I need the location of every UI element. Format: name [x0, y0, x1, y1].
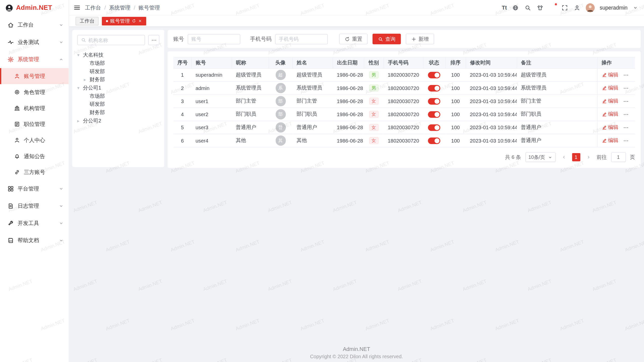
breadcrumb-item[interactable]: 工作台 [85, 4, 101, 11]
edit-button[interactable]: 编辑 [601, 84, 618, 92]
status-toggle[interactable] [428, 85, 440, 91]
sidebar-item-personal-center[interactable]: 个人中心 [0, 132, 69, 148]
app-root: Admin.NET 工作台业务测试系统管理账号管理角色管理机构管理职位管理个人中… [0, 0, 644, 362]
org-more-button[interactable] [148, 35, 159, 45]
tree-caret-icon[interactable]: ▸ [84, 77, 90, 82]
column-header-index: 序号 [173, 57, 191, 68]
column-header-name: 姓名 [292, 57, 333, 68]
cell-ops: 编辑 [597, 68, 635, 81]
cell-account: admin [191, 81, 232, 95]
cell-gender: 女 [364, 134, 384, 147]
font-size-button[interactable]: Tt [502, 5, 507, 11]
tree-node-market-dept-2[interactable]: 市场部 [77, 92, 159, 100]
page-number-current[interactable]: 1 [572, 153, 580, 161]
status-toggle[interactable] [428, 124, 440, 131]
status-toggle[interactable] [428, 98, 440, 104]
chevdown-icon [59, 40, 64, 45]
tree-node-market-dept-1[interactable]: 市场部 [77, 59, 159, 67]
theme-button[interactable] [536, 4, 544, 11]
org-search-input[interactable] [88, 37, 141, 43]
sidebar-item-label: 系统管理 [18, 56, 39, 63]
user-avatar[interactable] [586, 3, 595, 12]
profile-button[interactable] [573, 4, 581, 11]
row-more-button[interactable] [623, 138, 629, 144]
tree-node-label: 研发部 [90, 101, 105, 108]
phone-label: 手机号码 [250, 35, 271, 42]
org-search-box[interactable] [77, 35, 145, 45]
notification-button[interactable]: undefined [549, 4, 556, 11]
tab-refresh-button[interactable] [132, 19, 136, 23]
row-more-button[interactable] [623, 85, 629, 91]
page-size-select[interactable]: 10条/页 [525, 152, 555, 162]
tree-node-daming-tech[interactable]: ▾大名科技 [77, 51, 159, 59]
status-toggle[interactable] [428, 72, 440, 78]
tree-node-rd-dept-2[interactable]: 研发部 [77, 100, 159, 108]
cell-index: 3 [173, 95, 191, 108]
edit-button[interactable]: 编辑 [601, 111, 618, 118]
edit-icon [601, 72, 607, 77]
user-menu-caret[interactable] [632, 4, 638, 11]
edit-icon [601, 99, 607, 104]
tree-node-finance-dept-2[interactable]: 财务部 [77, 108, 159, 117]
tree-node-branch1[interactable]: ▾分公司1 [77, 84, 159, 92]
org-panel-header [77, 35, 159, 45]
search-icon [81, 37, 86, 43]
cell-ops: 编辑 [597, 121, 635, 134]
search-button[interactable]: 查询 [373, 34, 401, 44]
row-more-button[interactable] [623, 72, 629, 78]
phone-input[interactable] [275, 34, 328, 44]
fullscreen-button[interactable] [561, 4, 568, 11]
sidebar-item-business-test[interactable]: 业务测试 [0, 34, 69, 51]
next-page-button[interactable] [584, 153, 592, 161]
tree-caret-icon[interactable]: ▾ [77, 85, 83, 90]
language-button[interactable] [512, 4, 519, 11]
row-more-button[interactable] [623, 125, 629, 130]
sidebar-item-system-mgmt[interactable]: 系统管理 [0, 51, 69, 68]
prev-page-button[interactable] [559, 153, 568, 161]
tree-node-branch2[interactable]: ▸分公司2 [77, 117, 159, 125]
status-toggle[interactable] [428, 111, 440, 118]
sidebar-item-dev-tools[interactable]: 开发工具 [0, 215, 69, 232]
add-button[interactable]: 新增 [406, 34, 434, 44]
goto-page-input[interactable] [611, 152, 626, 162]
sidebar-item-org-mgmt[interactable]: 机构管理 [0, 100, 69, 116]
edit-button[interactable]: 编辑 [601, 137, 618, 144]
sidebar-item-label: 个人中心 [24, 137, 45, 144]
reset-button[interactable]: 重置 [339, 34, 368, 44]
tree-node-finance-dept-1[interactable]: ▸财务部 [77, 75, 159, 84]
edit-button[interactable]: 编辑 [601, 124, 618, 131]
edit-button[interactable]: 编辑 [601, 98, 618, 105]
sidebar-item-third-account[interactable]: 三方账号 [0, 164, 69, 180]
tree-caret-icon[interactable]: ▸ [77, 118, 83, 123]
account-input[interactable] [188, 34, 240, 44]
search-button[interactable] [524, 4, 531, 11]
menu-collapse-icon[interactable] [73, 4, 80, 11]
edit-button[interactable]: 编辑 [601, 71, 618, 78]
row-more-button[interactable] [623, 111, 629, 117]
row-more-button[interactable] [623, 98, 629, 104]
sidebar-item-log-mgmt[interactable]: 日志管理 [0, 197, 69, 215]
tree-node-label: 财务部 [90, 76, 105, 83]
query-form: 账号 手机号码 重置 查询 新增 [168, 30, 641, 48]
sidebar-item-workbench[interactable]: 工作台 [0, 16, 69, 34]
tab-account-mgmt[interactable]: 账号管理 [102, 17, 146, 25]
tab-close-button[interactable] [138, 19, 142, 23]
tab-workbench[interactable]: 工作台 [75, 17, 98, 25]
tree-caret-icon[interactable]: ▾ [77, 52, 83, 58]
chevdown-icon [59, 186, 64, 191]
tree-node-rd-dept-1[interactable]: 研发部 [77, 67, 159, 76]
sidebar-item-role-mgmt[interactable]: 角色管理 [0, 84, 69, 100]
cell-birth: 1986-06-28 [333, 81, 364, 95]
username[interactable]: superadmin [600, 5, 628, 11]
breadcrumb-item[interactable]: 账号管理 [139, 4, 160, 11]
breadcrumb-item[interactable]: 系统管理 [109, 4, 131, 11]
sidebar-item-help-docs[interactable]: 帮助文档 [0, 232, 69, 249]
sidebar-item-position-mgmt[interactable]: 职位管理 [0, 116, 69, 132]
cell-nickname: 其他 [232, 134, 269, 147]
breadcrumb-separator: / [104, 5, 106, 11]
sidebar-item-account-mgmt[interactable]: 账号管理 [0, 68, 69, 84]
sidebar-item-notice[interactable]: 通知公告 [0, 148, 69, 164]
row-avatar: 部 [275, 109, 286, 119]
sidebar-item-platform-mgmt[interactable]: 平台管理 [0, 180, 69, 198]
status-toggle[interactable] [428, 137, 440, 144]
